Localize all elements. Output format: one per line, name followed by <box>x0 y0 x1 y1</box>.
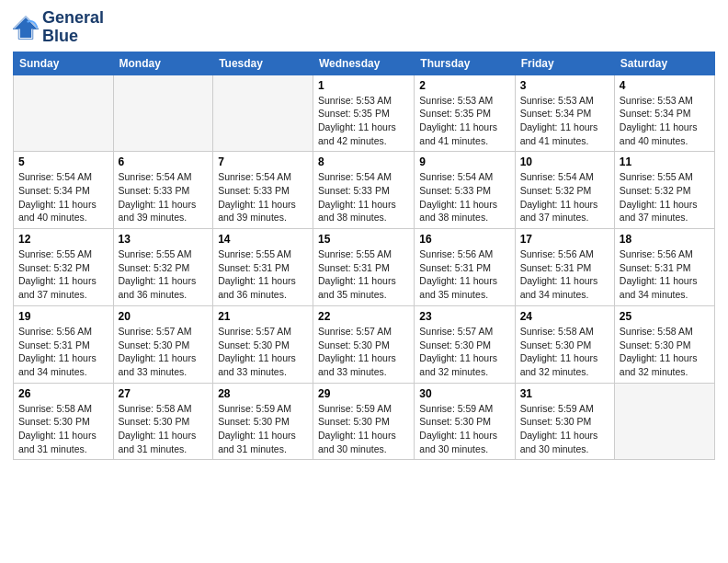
day-info: Sunrise: 5:55 AM Sunset: 5:32 PM Dayligh… <box>18 247 108 302</box>
calendar-cell: 21Sunrise: 5:57 AM Sunset: 5:30 PM Dayli… <box>213 305 313 383</box>
calendar-cell: 8Sunrise: 5:54 AM Sunset: 5:33 PM Daylig… <box>313 152 415 229</box>
calendar-cell: 24Sunrise: 5:58 AM Sunset: 5:30 PM Dayli… <box>515 305 614 383</box>
day-info: Sunrise: 5:54 AM Sunset: 5:32 PM Dayligh… <box>520 170 609 224</box>
calendar-week-row: 1Sunrise: 5:53 AM Sunset: 5:35 PM Daylig… <box>14 75 715 152</box>
day-number: 3 <box>520 79 609 92</box>
calendar-cell: 19Sunrise: 5:56 AM Sunset: 5:31 PM Dayli… <box>14 305 114 383</box>
calendar-cell: 29Sunrise: 5:59 AM Sunset: 5:30 PM Dayli… <box>313 383 415 460</box>
day-info: Sunrise: 5:53 AM Sunset: 5:35 PM Dayligh… <box>419 94 509 148</box>
weekday-header-tuesday: Tuesday <box>213 52 313 75</box>
weekday-header-wednesday: Wednesday <box>313 52 415 75</box>
day-number: 5 <box>18 155 108 168</box>
day-number: 6 <box>119 155 209 168</box>
calendar-cell: 16Sunrise: 5:56 AM Sunset: 5:31 PM Dayli… <box>415 229 515 306</box>
day-number: 18 <box>620 233 710 246</box>
weekday-header-monday: Monday <box>113 52 213 75</box>
day-info: Sunrise: 5:54 AM Sunset: 5:33 PM Dayligh… <box>419 170 509 224</box>
day-info: Sunrise: 5:56 AM Sunset: 5:31 PM Dayligh… <box>620 247 710 302</box>
weekday-header-sunday: Sunday <box>14 52 114 75</box>
calendar-cell <box>113 75 213 152</box>
day-number: 17 <box>520 233 609 246</box>
logo-icon <box>13 15 39 40</box>
header: General Blue <box>13 9 715 46</box>
calendar-table: SundayMondayTuesdayWednesdayThursdayFrid… <box>13 52 715 461</box>
day-info: Sunrise: 5:55 AM Sunset: 5:32 PM Dayligh… <box>620 170 710 224</box>
day-info: Sunrise: 5:53 AM Sunset: 5:34 PM Dayligh… <box>620 94 710 148</box>
day-number: 27 <box>119 387 209 400</box>
calendar-cell: 26Sunrise: 5:58 AM Sunset: 5:30 PM Dayli… <box>14 383 114 460</box>
day-info: Sunrise: 5:58 AM Sunset: 5:30 PM Dayligh… <box>520 325 609 379</box>
calendar-cell <box>14 75 114 152</box>
calendar-cell: 15Sunrise: 5:55 AM Sunset: 5:31 PM Dayli… <box>313 229 415 306</box>
day-info: Sunrise: 5:55 AM Sunset: 5:31 PM Dayligh… <box>318 247 409 302</box>
day-info: Sunrise: 5:54 AM Sunset: 5:33 PM Dayligh… <box>318 170 409 224</box>
weekday-header-thursday: Thursday <box>415 52 515 75</box>
day-number: 15 <box>318 233 409 246</box>
day-info: Sunrise: 5:58 AM Sunset: 5:30 PM Dayligh… <box>119 402 209 456</box>
day-number: 31 <box>520 387 609 400</box>
calendar-week-row: 19Sunrise: 5:56 AM Sunset: 5:31 PM Dayli… <box>14 305 715 383</box>
calendar-cell: 9Sunrise: 5:54 AM Sunset: 5:33 PM Daylig… <box>415 152 515 229</box>
day-info: Sunrise: 5:56 AM Sunset: 5:31 PM Dayligh… <box>419 247 509 302</box>
day-number: 12 <box>18 233 108 246</box>
day-info: Sunrise: 5:54 AM Sunset: 5:33 PM Dayligh… <box>218 170 308 224</box>
calendar-cell: 17Sunrise: 5:56 AM Sunset: 5:31 PM Dayli… <box>515 229 614 306</box>
day-info: Sunrise: 5:59 AM Sunset: 5:30 PM Dayligh… <box>218 402 308 456</box>
calendar-cell: 13Sunrise: 5:55 AM Sunset: 5:32 PM Dayli… <box>113 229 213 306</box>
day-info: Sunrise: 5:57 AM Sunset: 5:30 PM Dayligh… <box>119 325 209 379</box>
day-number: 8 <box>318 155 409 168</box>
day-info: Sunrise: 5:53 AM Sunset: 5:34 PM Dayligh… <box>520 94 609 148</box>
day-info: Sunrise: 5:55 AM Sunset: 5:32 PM Dayligh… <box>119 247 209 302</box>
calendar-cell: 31Sunrise: 5:59 AM Sunset: 5:30 PM Dayli… <box>515 383 614 460</box>
calendar-cell: 5Sunrise: 5:54 AM Sunset: 5:34 PM Daylig… <box>14 152 114 229</box>
day-number: 14 <box>218 233 308 246</box>
calendar-cell: 7Sunrise: 5:54 AM Sunset: 5:33 PM Daylig… <box>213 152 313 229</box>
weekday-header-saturday: Saturday <box>614 52 714 75</box>
day-number: 13 <box>119 233 209 246</box>
day-number: 7 <box>218 155 308 168</box>
calendar-cell: 12Sunrise: 5:55 AM Sunset: 5:32 PM Dayli… <box>14 229 114 306</box>
day-info: Sunrise: 5:58 AM Sunset: 5:30 PM Dayligh… <box>18 402 108 456</box>
day-number: 10 <box>520 155 609 168</box>
day-info: Sunrise: 5:54 AM Sunset: 5:34 PM Dayligh… <box>18 170 108 224</box>
calendar-cell: 22Sunrise: 5:57 AM Sunset: 5:30 PM Dayli… <box>313 305 415 383</box>
day-number: 19 <box>18 310 108 323</box>
day-number: 26 <box>18 387 108 400</box>
calendar-cell: 25Sunrise: 5:58 AM Sunset: 5:30 PM Dayli… <box>614 305 714 383</box>
day-info: Sunrise: 5:57 AM Sunset: 5:30 PM Dayligh… <box>218 325 308 379</box>
calendar-week-row: 26Sunrise: 5:58 AM Sunset: 5:30 PM Dayli… <box>14 383 715 460</box>
calendar-cell: 11Sunrise: 5:55 AM Sunset: 5:32 PM Dayli… <box>614 152 714 229</box>
calendar-cell: 14Sunrise: 5:55 AM Sunset: 5:31 PM Dayli… <box>213 229 313 306</box>
day-number: 25 <box>620 310 710 323</box>
calendar-cell: 10Sunrise: 5:54 AM Sunset: 5:32 PM Dayli… <box>515 152 614 229</box>
day-info: Sunrise: 5:56 AM Sunset: 5:31 PM Dayligh… <box>18 325 108 379</box>
calendar-cell: 1Sunrise: 5:53 AM Sunset: 5:35 PM Daylig… <box>313 75 415 152</box>
day-number: 22 <box>318 310 409 323</box>
day-number: 1 <box>318 79 409 92</box>
day-number: 29 <box>318 387 409 400</box>
day-info: Sunrise: 5:56 AM Sunset: 5:31 PM Dayligh… <box>520 247 609 302</box>
day-number: 21 <box>218 310 308 323</box>
weekday-header-friday: Friday <box>515 52 614 75</box>
calendar-header-row: SundayMondayTuesdayWednesdayThursdayFrid… <box>14 52 715 75</box>
calendar-cell: 20Sunrise: 5:57 AM Sunset: 5:30 PM Dayli… <box>113 305 213 383</box>
day-number: 20 <box>119 310 209 323</box>
calendar-cell: 27Sunrise: 5:58 AM Sunset: 5:30 PM Dayli… <box>113 383 213 460</box>
day-info: Sunrise: 5:58 AM Sunset: 5:30 PM Dayligh… <box>620 325 710 379</box>
logo: General Blue <box>13 9 104 46</box>
day-info: Sunrise: 5:54 AM Sunset: 5:33 PM Dayligh… <box>119 170 209 224</box>
calendar-week-row: 5Sunrise: 5:54 AM Sunset: 5:34 PM Daylig… <box>14 152 715 229</box>
calendar-cell: 4Sunrise: 5:53 AM Sunset: 5:34 PM Daylig… <box>614 75 714 152</box>
day-number: 11 <box>620 155 710 168</box>
day-number: 28 <box>218 387 308 400</box>
day-info: Sunrise: 5:57 AM Sunset: 5:30 PM Dayligh… <box>318 325 409 379</box>
day-number: 4 <box>620 79 710 92</box>
calendar-cell: 30Sunrise: 5:59 AM Sunset: 5:30 PM Dayli… <box>415 383 515 460</box>
day-info: Sunrise: 5:53 AM Sunset: 5:35 PM Dayligh… <box>318 94 409 148</box>
calendar-cell <box>614 383 714 460</box>
day-number: 23 <box>419 310 509 323</box>
day-info: Sunrise: 5:59 AM Sunset: 5:30 PM Dayligh… <box>520 402 609 456</box>
calendar-week-row: 12Sunrise: 5:55 AM Sunset: 5:32 PM Dayli… <box>14 229 715 306</box>
calendar-cell: 23Sunrise: 5:57 AM Sunset: 5:30 PM Dayli… <box>415 305 515 383</box>
day-info: Sunrise: 5:59 AM Sunset: 5:30 PM Dayligh… <box>419 402 509 456</box>
